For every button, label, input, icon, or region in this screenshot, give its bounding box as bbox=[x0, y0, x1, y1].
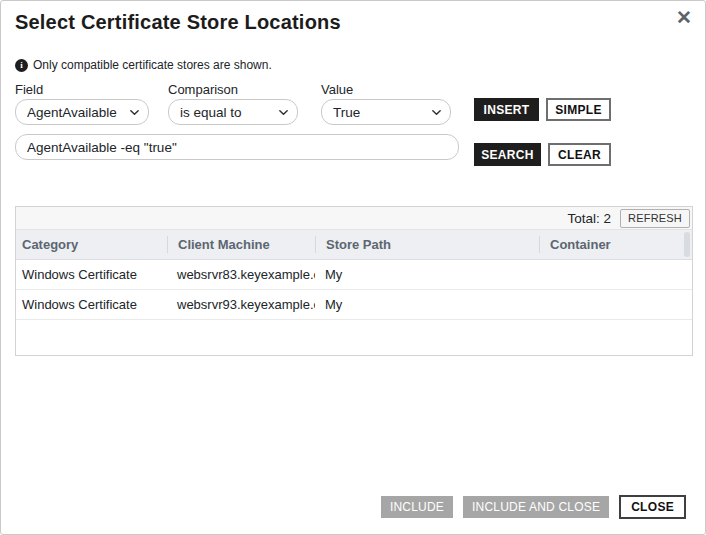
insert-button[interactable]: INSERT bbox=[474, 98, 539, 121]
value-select[interactable]: True bbox=[321, 99, 451, 125]
clear-button[interactable]: CLEAR bbox=[548, 143, 611, 166]
simple-button[interactable]: SIMPLE bbox=[546, 98, 611, 121]
table-header-row: Category Client Machine Store Path Conta… bbox=[16, 230, 692, 260]
close-button[interactable]: CLOSE bbox=[619, 495, 686, 519]
cell-category: Windows Certificate bbox=[16, 297, 167, 312]
dialog-footer: INCLUDE INCLUDE AND CLOSE CLOSE bbox=[381, 495, 686, 519]
comparison-select[interactable]: is equal to bbox=[168, 99, 298, 125]
dialog-title: Select Certificate Store Locations bbox=[15, 11, 341, 34]
include-button[interactable]: INCLUDE bbox=[381, 496, 453, 518]
info-text: Only compatible certificate stores are s… bbox=[33, 58, 272, 72]
info-message: i Only compatible certificate stores are… bbox=[15, 58, 272, 72]
info-icon: i bbox=[15, 59, 28, 72]
field-select-wrap: AgentAvailable bbox=[15, 99, 149, 125]
field-select[interactable]: AgentAvailable bbox=[15, 99, 149, 125]
column-header-category[interactable]: Category bbox=[16, 236, 167, 253]
cell-client-machine: websrvr93.keyexample.com bbox=[167, 297, 315, 312]
cell-store-path: My bbox=[315, 297, 539, 312]
total-count: Total: 2 bbox=[568, 211, 612, 226]
close-icon[interactable]: ✕ bbox=[676, 7, 692, 29]
table-row[interactable]: Windows Certificate websrvr93.keyexample… bbox=[16, 290, 692, 320]
comparison-label: Comparison bbox=[168, 82, 238, 97]
search-button[interactable]: SEARCH bbox=[474, 143, 541, 166]
cell-store-path: My bbox=[315, 267, 539, 282]
value-select-wrap: True bbox=[321, 99, 451, 125]
include-and-close-button[interactable]: INCLUDE AND CLOSE bbox=[463, 496, 609, 518]
refresh-button[interactable]: REFRESH bbox=[620, 209, 690, 228]
table-toolbar: Total: 2 REFRESH bbox=[16, 207, 692, 230]
cell-client-machine: websrvr83.keyexample.com bbox=[167, 267, 315, 282]
value-label: Value bbox=[321, 82, 353, 97]
cell-category: Windows Certificate bbox=[16, 267, 167, 282]
query-input[interactable] bbox=[15, 134, 459, 160]
column-header-store-path[interactable]: Store Path bbox=[315, 236, 539, 253]
comparison-select-wrap: is equal to bbox=[168, 99, 298, 125]
field-label: Field bbox=[15, 82, 43, 97]
table-row[interactable]: Windows Certificate websrvr83.keyexample… bbox=[16, 260, 692, 290]
scrollbar[interactable] bbox=[684, 232, 690, 257]
results-table: Total: 2 REFRESH Category Client Machine… bbox=[15, 206, 693, 356]
column-header-client-machine[interactable]: Client Machine bbox=[167, 236, 315, 253]
column-header-container[interactable]: Container bbox=[539, 236, 692, 253]
select-certificate-store-dialog: Select Certificate Store Locations ✕ i O… bbox=[0, 0, 706, 535]
